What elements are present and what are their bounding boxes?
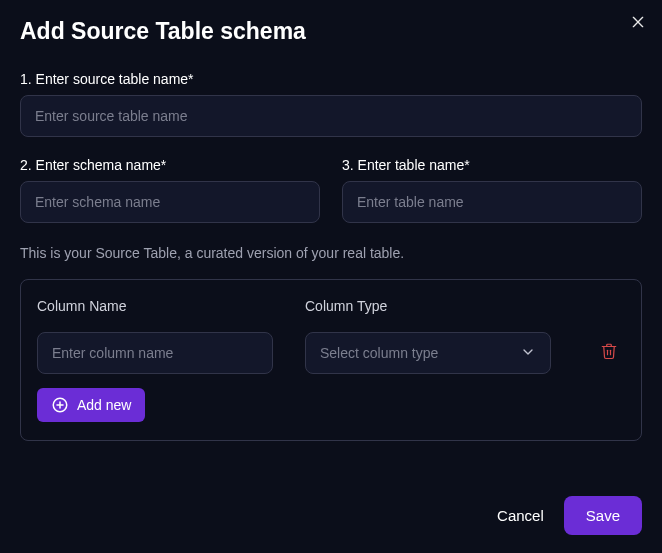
close-icon bbox=[630, 14, 646, 34]
source-table-label: 1. Enter source table name* bbox=[20, 71, 642, 87]
add-new-button[interactable]: Add new bbox=[37, 388, 145, 422]
trash-icon bbox=[600, 342, 618, 364]
help-text: This is your Source Table, a curated ver… bbox=[20, 245, 642, 261]
modal-title: Add Source Table schema bbox=[20, 18, 642, 45]
schema-name-label: 2. Enter schema name* bbox=[20, 157, 320, 173]
close-button[interactable] bbox=[628, 14, 648, 34]
column-type-header: Column Type bbox=[305, 298, 625, 314]
column-name-input[interactable] bbox=[37, 332, 273, 374]
delete-column-button[interactable] bbox=[593, 342, 625, 364]
source-table-input[interactable] bbox=[20, 95, 642, 137]
plus-circle-icon bbox=[51, 396, 69, 414]
schema-name-input[interactable] bbox=[20, 181, 320, 223]
column-type-select[interactable]: Select column type bbox=[305, 332, 551, 374]
footer-actions: Cancel Save bbox=[497, 496, 642, 535]
columns-container: Column Name Column Type Select column ty… bbox=[20, 279, 642, 441]
column-name-header: Column Name bbox=[37, 298, 305, 314]
chevron-down-icon bbox=[520, 344, 536, 363]
cancel-button[interactable]: Cancel bbox=[497, 507, 544, 524]
column-type-placeholder: Select column type bbox=[320, 345, 438, 361]
save-button[interactable]: Save bbox=[564, 496, 642, 535]
table-name-input[interactable] bbox=[342, 181, 642, 223]
table-name-label: 3. Enter table name* bbox=[342, 157, 642, 173]
column-row: Select column type bbox=[37, 332, 625, 374]
add-new-label: Add new bbox=[77, 397, 131, 413]
